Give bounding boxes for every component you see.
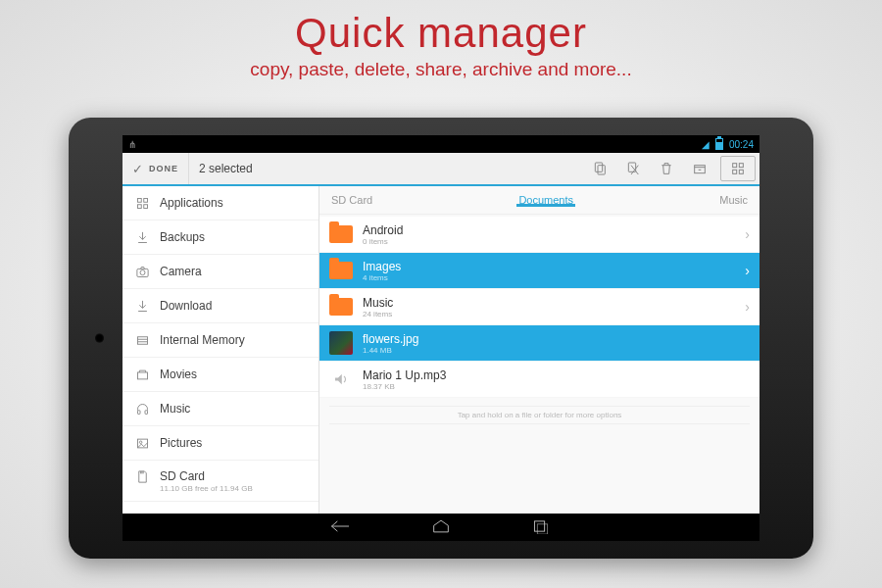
debug-icon: ⋔ [128, 139, 136, 150]
svg-rect-17 [145, 410, 148, 414]
svg-rect-16 [137, 410, 140, 414]
promo-title: Quick manager [0, 10, 882, 57]
sidebar: Applications Backups Camera Download Int… [122, 186, 319, 514]
archive-button[interactable] [683, 153, 716, 184]
folder-icon [329, 222, 353, 246]
folder-icon [329, 295, 353, 318]
audio-icon [329, 368, 353, 391]
selection-count: 2 selected [199, 162, 253, 175]
svg-rect-0 [595, 163, 602, 172]
sidebar-item-pictures[interactable]: Pictures [122, 426, 318, 461]
done-label: DONE [149, 164, 178, 173]
svg-rect-5 [739, 164, 743, 168]
svg-rect-11 [143, 204, 147, 208]
svg-rect-20 [534, 521, 544, 531]
file-list: Android 0 items › Images 4 items › [319, 215, 760, 514]
tab-music[interactable]: Music [711, 194, 756, 206]
sdcard-icon [134, 468, 150, 484]
system-nav-bar [122, 514, 760, 541]
item-name: Images [363, 260, 735, 273]
item-name: Music [363, 296, 735, 310]
sidebar-item-camera[interactable]: Camera [122, 255, 318, 289]
folder-icon [329, 259, 353, 282]
chevron-right-icon: › [745, 263, 750, 278]
download-icon [134, 229, 150, 245]
svg-rect-3 [695, 166, 706, 173]
sidebar-item-sdcard[interactable]: SD Card 11.10 GB free of 11.94 GB [122, 461, 318, 502]
hint-text: Tap and hold on a file or folder for mor… [329, 406, 750, 424]
svg-rect-6 [733, 170, 737, 173]
list-item[interactable]: flowers.jpg 1.44 MB [319, 325, 760, 362]
svg-rect-8 [137, 198, 141, 202]
svg-point-19 [139, 441, 142, 444]
svg-rect-15 [137, 372, 147, 379]
sidebar-item-movies[interactable]: Movies [122, 358, 318, 392]
sidebar-item-music[interactable]: Music [122, 392, 318, 426]
cut-button[interactable] [616, 153, 650, 184]
item-sub: 1.44 MB [363, 346, 750, 355]
storage-subtext: 11.10 GB free of 11.94 GB [160, 484, 307, 493]
recent-apps-button[interactable] [530, 518, 552, 538]
list-item[interactable]: Images 4 items › [319, 253, 760, 289]
action-toolbar: ✓ DONE 2 selected [122, 153, 760, 186]
chevron-right-icon: › [745, 299, 750, 315]
sidebar-item-backups[interactable]: Backups [122, 220, 318, 255]
item-sub: 4 items [363, 273, 735, 282]
item-sub: 24 items [363, 310, 735, 318]
tablet-camera [95, 334, 104, 343]
sidebar-item-label: Applications [160, 196, 223, 210]
movies-icon [134, 367, 150, 382]
check-icon: ✓ [132, 162, 143, 176]
sidebar-item-label: Download [160, 299, 212, 313]
svg-rect-10 [137, 204, 141, 208]
apps-icon [134, 195, 150, 211]
item-name: Mario 1 Up.mp3 [363, 368, 750, 382]
headphones-icon [134, 401, 150, 416]
signal-icon: ◢ [702, 139, 710, 150]
battery-icon [715, 138, 723, 150]
tab-sdcard[interactable]: SD Card [323, 194, 380, 206]
status-bar: ⋔ ◢ 00:24 [122, 135, 760, 153]
svg-point-13 [140, 270, 145, 274]
memory-icon [134, 332, 150, 348]
back-button[interactable] [330, 518, 352, 538]
done-button[interactable]: ✓ DONE [122, 153, 189, 184]
home-button[interactable] [430, 518, 452, 538]
copy-button[interactable] [583, 153, 616, 184]
sidebar-item-applications[interactable]: Applications [122, 186, 318, 220]
chevron-right-icon: › [745, 226, 750, 242]
list-item[interactable]: Mario 1 Up.mp3 18.37 KB [319, 362, 760, 398]
sidebar-item-label: Internal Memory [160, 333, 245, 347]
item-name: flowers.jpg [363, 332, 750, 346]
item-name: Android [363, 223, 735, 237]
sidebar-item-label: SD Card [160, 469, 205, 483]
svg-rect-4 [733, 164, 737, 168]
sidebar-item-label: Camera [160, 265, 202, 278]
screen: ⋔ ◢ 00:24 ✓ DONE 2 selected [122, 135, 760, 541]
content-pane: SD Card Documents Music Android 0 items … [319, 186, 760, 514]
pictures-icon [134, 435, 150, 451]
camera-icon [134, 264, 150, 279]
download-icon [134, 298, 150, 314]
item-sub: 0 items [363, 237, 735, 246]
svg-rect-1 [598, 166, 605, 174]
list-item[interactable]: Music 24 items › [319, 289, 760, 325]
item-sub: 18.37 KB [363, 382, 750, 391]
svg-rect-21 [537, 524, 547, 534]
sidebar-item-label: Music [160, 402, 190, 416]
tab-documents[interactable]: Documents [380, 194, 711, 206]
sidebar-item-label: Backups [160, 230, 205, 244]
image-thumbnail [329, 331, 353, 355]
list-item[interactable]: Android 0 items › [319, 217, 760, 253]
svg-rect-9 [143, 198, 147, 202]
svg-rect-7 [739, 170, 743, 173]
sidebar-item-download[interactable]: Download [122, 289, 318, 323]
sidebar-item-internal-memory[interactable]: Internal Memory [122, 323, 318, 358]
status-time: 00:24 [729, 139, 754, 150]
sidebar-item-label: Movies [160, 368, 197, 381]
breadcrumb-tabs: SD Card Documents Music [319, 186, 760, 215]
delete-button[interactable] [650, 153, 683, 184]
svg-rect-14 [137, 336, 147, 344]
view-toggle-button[interactable] [720, 156, 756, 181]
sidebar-item-label: Pictures [160, 436, 202, 450]
